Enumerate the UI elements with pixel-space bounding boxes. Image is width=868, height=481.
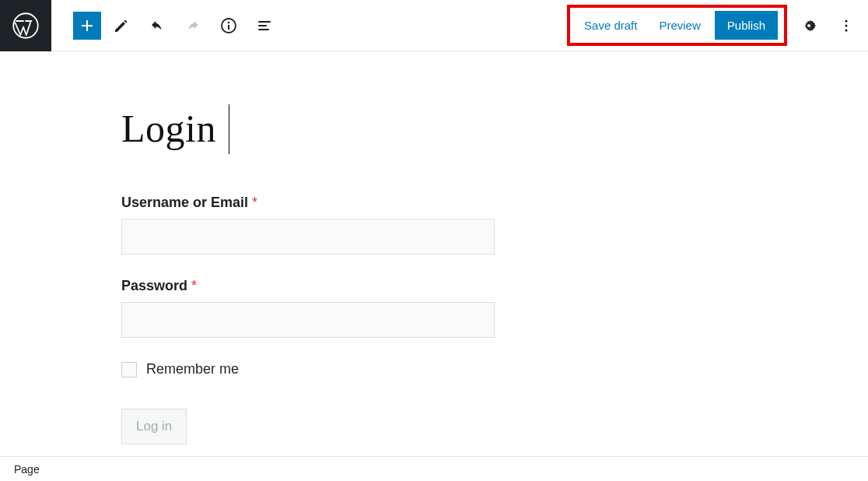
publish-actions-highlight: Save draft Preview Publish <box>567 5 787 46</box>
outline-icon <box>255 16 274 35</box>
username-field-group: Username or Email * <box>121 195 619 255</box>
text-cursor <box>229 104 229 154</box>
outline-button[interactable] <box>249 10 280 41</box>
editor-canvas: Login Username or Email * Password * Rem… <box>0 51 868 456</box>
svg-point-5 <box>845 24 847 26</box>
remember-me-row: Remember me <box>121 361 619 377</box>
remember-me-checkbox[interactable] <box>121 362 137 377</box>
password-label-text: Password <box>121 278 187 293</box>
username-input[interactable] <box>121 219 495 255</box>
wordpress-logo-icon <box>12 12 40 40</box>
required-marker: * <box>252 195 257 210</box>
info-icon <box>219 16 238 35</box>
login-submit-button[interactable]: Log in <box>121 409 187 444</box>
editor-footer: Page <box>0 456 868 481</box>
redo-button[interactable] <box>177 10 208 41</box>
settings-button[interactable] <box>793 10 824 41</box>
edit-mode-button[interactable] <box>106 10 137 41</box>
svg-point-2 <box>228 21 230 23</box>
publish-button[interactable]: Publish <box>715 11 778 40</box>
password-field-group: Password * <box>121 278 619 338</box>
required-marker: * <box>191 278 197 293</box>
breadcrumb[interactable]: Page <box>14 463 40 476</box>
editor-toolbar: Save draft Preview Publish <box>0 0 868 51</box>
svg-rect-3 <box>228 25 229 30</box>
username-label-text: Username or Email <box>121 195 248 210</box>
svg-point-4 <box>845 19 847 22</box>
gear-icon <box>800 16 818 35</box>
save-draft-button[interactable]: Save draft <box>576 12 645 38</box>
redo-icon <box>184 16 202 35</box>
info-button[interactable] <box>213 10 244 41</box>
plus-icon <box>78 16 96 35</box>
pencil-icon <box>112 16 131 35</box>
preview-button[interactable]: Preview <box>651 12 708 38</box>
username-label: Username or Email * <box>121 195 619 211</box>
remember-me-label: Remember me <box>146 361 239 377</box>
more-options-button[interactable] <box>831 10 862 41</box>
undo-icon <box>148 16 166 35</box>
toolbar-right-group: Save draft Preview Publish <box>567 5 868 46</box>
wordpress-logo-button[interactable] <box>0 0 51 51</box>
svg-point-6 <box>845 29 847 31</box>
undo-button[interactable] <box>142 10 173 41</box>
page-title-block[interactable]: Login <box>121 106 619 151</box>
password-label: Password * <box>121 278 619 294</box>
add-block-button[interactable] <box>73 12 101 40</box>
editor-content: Login Username or Email * Password * Rem… <box>121 106 619 444</box>
toolbar-left-group <box>51 10 280 41</box>
password-input[interactable] <box>121 302 495 338</box>
page-title: Login <box>121 107 216 150</box>
more-vertical-icon <box>837 16 856 35</box>
